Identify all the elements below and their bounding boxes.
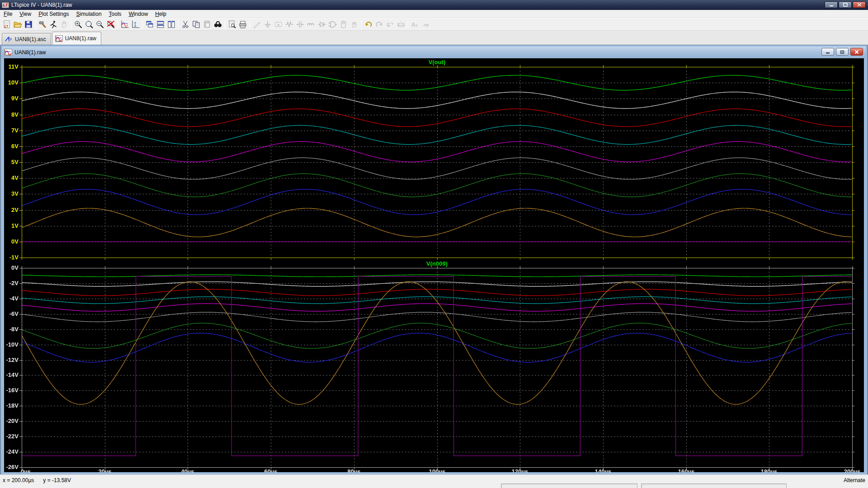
plot-settings-icon[interactable] bbox=[130, 19, 141, 30]
resistor-icon bbox=[284, 19, 295, 30]
svg-text:A: A bbox=[277, 23, 280, 27]
svg-text:E: E bbox=[401, 22, 405, 28]
mirror-icon: EE bbox=[396, 19, 406, 30]
control-panel-icon[interactable] bbox=[37, 19, 48, 30]
waveform-canvas[interactable] bbox=[4, 58, 864, 472]
child-close-button[interactable] bbox=[850, 48, 863, 56]
child-minimize-button[interactable] bbox=[821, 48, 834, 56]
text-icon: Aa bbox=[410, 19, 420, 30]
open-icon[interactable] bbox=[12, 19, 23, 30]
menu-plot-settings[interactable]: Plot Settings bbox=[35, 10, 72, 18]
child-restore-button[interactable] bbox=[836, 48, 849, 56]
toolbar-separator bbox=[361, 20, 362, 29]
rotate-icon: E bbox=[385, 19, 396, 30]
pan-icon[interactable] bbox=[84, 19, 94, 30]
and-gate-icon bbox=[327, 19, 338, 30]
menu-simulation[interactable]: Simulation bbox=[73, 10, 105, 18]
window-title: LTspice IV - UAN8(1).raw bbox=[11, 2, 72, 8]
inductor-icon bbox=[306, 19, 316, 30]
ltspice-logo-icon: LT bbox=[2, 2, 9, 8]
diode-icon bbox=[316, 19, 327, 30]
toolbar-separator bbox=[408, 20, 408, 29]
halt-icon bbox=[59, 19, 70, 30]
tab-schematic[interactable]: UAN8(1).asc bbox=[2, 33, 51, 45]
menu-bar: File View Plot Settings Simulation Tools… bbox=[0, 10, 868, 18]
move-icon bbox=[338, 19, 349, 30]
print-preview-icon[interactable] bbox=[226, 19, 237, 30]
waveform-icon bbox=[4, 49, 12, 56]
menu-file[interactable]: File bbox=[0, 10, 16, 18]
menu-tools[interactable]: Tools bbox=[105, 10, 125, 18]
svg-text:LT: LT bbox=[5, 25, 9, 28]
status-panel bbox=[641, 483, 787, 488]
svg-text:E: E bbox=[387, 22, 390, 28]
redo-icon bbox=[374, 19, 385, 30]
toolbar-separator bbox=[71, 20, 71, 29]
child-window-title: UAN8(1).raw bbox=[14, 49, 46, 56]
svg-text:E: E bbox=[397, 22, 401, 28]
close-button[interactable] bbox=[853, 1, 866, 8]
find-icon[interactable] bbox=[212, 19, 223, 30]
wire-icon bbox=[251, 19, 262, 30]
cascade-windows-icon[interactable] bbox=[144, 19, 155, 30]
run-icon[interactable] bbox=[48, 19, 59, 30]
document-tab-bar: UAN8(1).asc UAN8(1).raw bbox=[0, 31, 868, 45]
new-schematic-icon[interactable]: LT bbox=[1, 19, 12, 30]
toolbar-separator bbox=[225, 20, 225, 29]
child-titlebar: UAN8(1).raw bbox=[2, 47, 866, 58]
status-panel bbox=[501, 483, 637, 488]
mdi-area: UAN8(1).raw V(out)11V10V9V8V7V6V5V4V3V2V… bbox=[0, 45, 868, 474]
toolbar: LTAEEEAa.op bbox=[0, 18, 868, 31]
toolbar-separator bbox=[35, 20, 36, 29]
autorange-icon[interactable] bbox=[119, 19, 130, 30]
toolbar-separator bbox=[178, 20, 179, 29]
zoom-back-icon[interactable] bbox=[94, 19, 105, 30]
cut-icon[interactable] bbox=[180, 19, 191, 30]
minimize-button[interactable] bbox=[825, 1, 838, 8]
waveform-icon bbox=[55, 35, 63, 42]
window-titlebar: LT LTspice IV - UAN8(1).raw bbox=[0, 0, 868, 10]
spice-directive-icon: .op bbox=[420, 19, 431, 30]
save-icon[interactable] bbox=[23, 19, 34, 30]
schematic-icon bbox=[5, 36, 13, 42]
toolbar-separator bbox=[250, 20, 250, 29]
tile-horizontal-icon[interactable] bbox=[155, 19, 166, 30]
zoom-area-icon[interactable] bbox=[73, 19, 84, 30]
undo-icon[interactable] bbox=[363, 19, 374, 30]
capacitor-icon bbox=[295, 19, 306, 30]
tab-label: UAN8(1).raw bbox=[65, 35, 96, 42]
solver-mode-label: Alternate bbox=[844, 477, 865, 483]
tab-label: UAN8(1).asc bbox=[15, 36, 46, 42]
copy-icon[interactable] bbox=[191, 19, 202, 30]
waveform-plot-area: V(out)11V10V9V8V7V6V5V4V3V2V1V0V-1VV(n00… bbox=[4, 58, 864, 472]
cursor-x-readout: x = 200.00µs bbox=[3, 477, 34, 483]
menu-help[interactable]: Help bbox=[151, 10, 170, 18]
status-bar: x = 200.00µs y = -13.58V Alternate bbox=[0, 474, 868, 488]
svg-text:a: a bbox=[415, 23, 418, 28]
cursor-y-readout: y = -13.58V bbox=[43, 477, 71, 483]
ground-icon bbox=[262, 19, 273, 30]
drag-icon bbox=[349, 19, 360, 30]
print-icon[interactable] bbox=[237, 19, 248, 30]
menu-view[interactable]: View bbox=[16, 10, 35, 18]
tab-waveform[interactable]: UAN8(1).raw bbox=[52, 32, 101, 45]
zoom-fit-icon[interactable] bbox=[105, 19, 116, 30]
menu-window[interactable]: Window bbox=[125, 10, 152, 18]
tile-vertical-icon[interactable] bbox=[166, 19, 177, 30]
maximize-button[interactable] bbox=[839, 1, 852, 8]
label-icon: A bbox=[273, 19, 284, 30]
svg-text:.op: .op bbox=[423, 23, 429, 27]
paste-icon bbox=[202, 19, 212, 30]
waveform-window: UAN8(1).raw V(out)11V10V9V8V7V6V5V4V3V2V… bbox=[1, 45, 867, 474]
svg-text:A: A bbox=[411, 22, 415, 28]
toolbar-separator bbox=[118, 20, 118, 29]
toolbar-separator bbox=[142, 20, 143, 29]
